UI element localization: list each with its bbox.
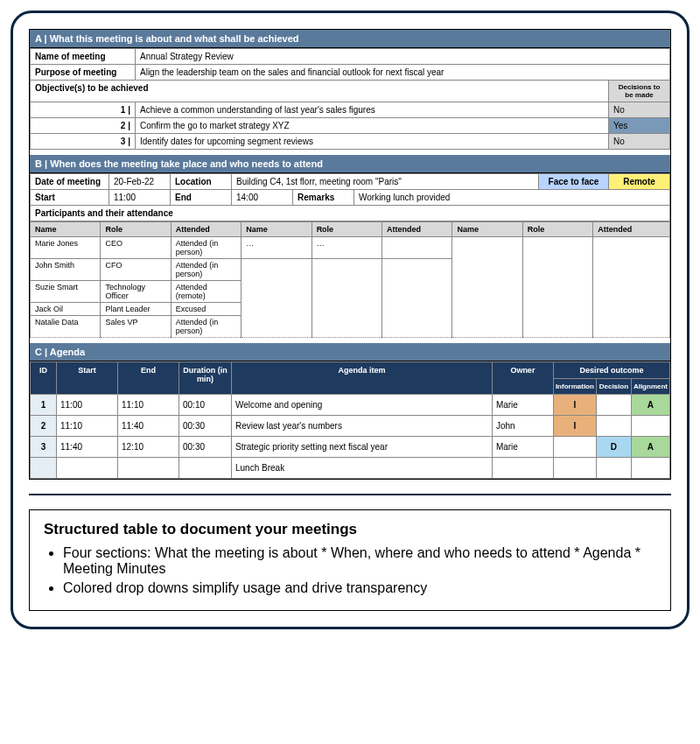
col-id: ID xyxy=(31,362,57,395)
participants-label: Participants and their attendance xyxy=(31,206,670,221)
agenda-owner[interactable]: Marie xyxy=(492,437,553,458)
col-owner: Owner xyxy=(492,362,553,395)
start-value[interactable]: 11:00 xyxy=(109,190,171,206)
decision-dropdown[interactable]: No xyxy=(609,102,670,118)
outcome-alignment[interactable] xyxy=(631,458,669,479)
agenda-duration: 00:30 xyxy=(179,416,232,437)
col-attended: Attended xyxy=(382,222,452,237)
description-bullet: Four sections: What the meeting is about… xyxy=(63,545,656,577)
col-name: Name xyxy=(31,222,101,237)
participant-attended[interactable]: Attended (remote) xyxy=(171,281,241,303)
location-value[interactable]: Building C4, 1st florr, meeting room "Pa… xyxy=(232,174,539,190)
agenda-table: ID Start End Duration (in min) Agenda it… xyxy=(30,361,670,479)
remote-badge[interactable]: Remote xyxy=(609,174,670,190)
outcome-decision[interactable]: D xyxy=(596,437,631,458)
agenda-id: 2 xyxy=(31,416,57,437)
outcome-decision[interactable] xyxy=(596,395,631,416)
outcome-decision[interactable] xyxy=(596,458,631,479)
participant-attended[interactable]: Attended (in person) xyxy=(171,259,241,281)
end-label: End xyxy=(171,190,232,206)
decision-dropdown[interactable]: No xyxy=(609,134,670,150)
col-name: Name xyxy=(452,222,522,237)
agenda-duration: 00:10 xyxy=(179,395,232,416)
start-label: Start xyxy=(31,190,109,206)
participant-role[interactable]: … xyxy=(312,237,382,259)
date-value[interactable]: 20-Feb-22 xyxy=(109,174,171,190)
remarks-value[interactable]: Working lunch provided xyxy=(354,190,670,206)
agenda-owner[interactable]: Marie xyxy=(492,395,553,416)
outcome-decision[interactable] xyxy=(596,416,631,437)
agenda-duration xyxy=(179,458,232,479)
agenda-id xyxy=(31,458,57,479)
description-box: Structured table to document your meetin… xyxy=(29,509,671,611)
participant-role[interactable]: Sales VP xyxy=(101,316,171,338)
participant-name[interactable]: Jack Oil xyxy=(31,303,101,316)
agenda-end[interactable]: 12:10 xyxy=(118,437,179,458)
description-title: Structured table to document your meetin… xyxy=(44,521,656,538)
decision-dropdown[interactable]: Yes xyxy=(609,118,670,134)
agenda-end[interactable]: 11:10 xyxy=(118,395,179,416)
name-value[interactable]: Annual Strategy Review xyxy=(136,49,670,65)
participant-name[interactable]: … xyxy=(242,237,312,259)
col-decision: Decision xyxy=(596,379,631,395)
agenda-item[interactable]: Review last year's numbers xyxy=(232,416,493,437)
document-card: A | What this meeting is about and what … xyxy=(10,11,690,629)
participant-name[interactable]: Marie Jones xyxy=(31,237,101,259)
meeting-template-sheet: A | What this meeting is about and what … xyxy=(29,29,671,480)
participant-role[interactable]: Plant Leader xyxy=(101,303,171,316)
participant-role[interactable]: Technology Officer xyxy=(101,281,171,303)
participant-role[interactable]: CEO xyxy=(101,237,171,259)
participant-attended[interactable]: Excused xyxy=(171,303,241,316)
objectives-label: Objective(s) to be achieved xyxy=(31,81,609,102)
participant-attended[interactable]: Attended (in person) xyxy=(171,316,241,338)
outcome-info[interactable]: I xyxy=(553,416,596,437)
agenda-start[interactable]: 11:40 xyxy=(57,437,118,458)
outcome-alignment[interactable]: A xyxy=(631,437,669,458)
participant-role[interactable]: CFO xyxy=(101,259,171,281)
section-b-header: B | When does the meeting take place and… xyxy=(30,155,670,173)
objective-num: 3 | xyxy=(31,134,136,150)
agenda-id: 1 xyxy=(31,395,57,416)
agenda-start[interactable]: 11:00 xyxy=(57,395,118,416)
participant-name[interactable]: Suzie Smart xyxy=(31,281,101,303)
outcome-info[interactable] xyxy=(553,437,596,458)
agenda-start[interactable]: 11:10 xyxy=(57,416,118,437)
agenda-duration: 00:30 xyxy=(179,437,232,458)
decisions-label: Decisions to be made xyxy=(609,81,670,102)
outcome-alignment[interactable] xyxy=(631,416,669,437)
agenda-id: 3 xyxy=(31,437,57,458)
col-role: Role xyxy=(101,222,171,237)
face-to-face-badge[interactable]: Face to face xyxy=(539,174,609,190)
agenda-end[interactable]: 11:40 xyxy=(118,416,179,437)
objective-text[interactable]: Confirm the go to market strategy XYZ xyxy=(136,118,609,134)
section-c-header: C | Agenda xyxy=(30,343,670,361)
agenda-owner[interactable] xyxy=(492,458,553,479)
participant-attended[interactable]: Attended (in person) xyxy=(171,237,241,259)
col-alignment: Alignment xyxy=(631,379,669,395)
name-label: Name of meeting xyxy=(31,49,136,65)
remarks-label: Remarks xyxy=(293,190,354,206)
col-attended: Attended xyxy=(593,222,670,237)
purpose-label: Purpose of meeting xyxy=(31,65,136,81)
date-label: Date of meeting xyxy=(31,174,109,190)
objective-text[interactable]: Achieve a common understanding of last y… xyxy=(136,102,609,118)
purpose-value[interactable]: Align the leadership team on the sales a… xyxy=(136,65,670,81)
agenda-end[interactable] xyxy=(118,458,179,479)
outcome-alignment[interactable]: A xyxy=(631,395,669,416)
end-value[interactable]: 14:00 xyxy=(232,190,293,206)
agenda-owner[interactable]: John xyxy=(492,416,553,437)
section-a-header: A | What this meeting is about and what … xyxy=(30,30,670,48)
col-start: Start xyxy=(57,362,118,395)
agenda-item[interactable]: Welcome and opening xyxy=(232,395,493,416)
participant-name[interactable]: Natalie Data xyxy=(31,316,101,338)
col-outcome: Desired outcome xyxy=(553,362,669,379)
agenda-start[interactable] xyxy=(57,458,118,479)
outcome-info[interactable]: I xyxy=(553,395,596,416)
participant-name[interactable]: John Smith xyxy=(31,259,101,281)
objective-num: 2 | xyxy=(31,118,136,134)
agenda-item[interactable]: Lunch Break xyxy=(232,458,493,479)
agenda-item[interactable]: Strategic priority setting next fiscal y… xyxy=(232,437,493,458)
objective-text[interactable]: Identify dates for upcoming segment revi… xyxy=(136,134,609,150)
location-label: Location xyxy=(171,174,232,190)
outcome-info[interactable] xyxy=(553,458,596,479)
